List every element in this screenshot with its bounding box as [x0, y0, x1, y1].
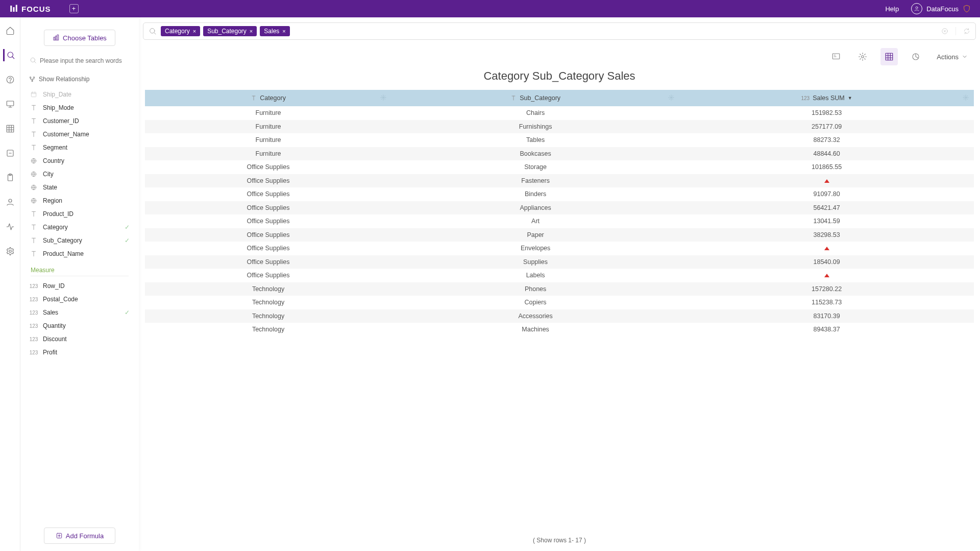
table-row[interactable]: Office SuppliesFasteners	[145, 174, 974, 188]
column-header-category[interactable]: Category	[145, 90, 391, 106]
field-type-icon	[30, 104, 38, 111]
field-item-discount[interactable]: 123Discount	[27, 332, 133, 346]
rail-search[interactable]	[3, 49, 15, 61]
add-formula-button[interactable]: Add Formula	[44, 528, 115, 544]
field-name: Category	[43, 224, 119, 231]
rail-users[interactable]	[4, 196, 16, 208]
field-item-customer_id[interactable]: Customer_ID	[27, 114, 133, 128]
table-row[interactable]: Office SuppliesArt13041.59	[145, 214, 974, 228]
svg-point-3	[916, 7, 918, 9]
clear-icon[interactable]	[941, 28, 948, 35]
field-item-product_id[interactable]: Product_ID	[27, 207, 133, 221]
table-row[interactable]: TechnologyCopiers115238.73	[145, 296, 974, 309]
side-panel: Choose Tables Show Relationship Ship_Dat…	[20, 17, 139, 551]
field-item-region[interactable]: Region	[27, 194, 133, 207]
column-gear-icon[interactable]	[380, 94, 386, 101]
rail-resources[interactable]	[4, 147, 16, 159]
table-row[interactable]: Office SuppliesPaper38298.53	[145, 228, 974, 242]
table-row[interactable]: Office SuppliesLabels	[145, 269, 974, 282]
user-menu[interactable]: DataFocus	[911, 3, 971, 14]
search-chip-sales[interactable]: Sales×	[260, 26, 289, 36]
rail-settings[interactable]	[4, 245, 16, 257]
table-row[interactable]: FurnitureFurnishings257177.09	[145, 120, 974, 134]
svg-point-13	[9, 250, 11, 253]
search-bar[interactable]: Category×Sub_Category×Sales×	[143, 22, 976, 40]
field-item-state[interactable]: State	[27, 181, 133, 194]
add-formula-label: Add Formula	[66, 532, 104, 540]
field-item-ship_mode[interactable]: Ship_Mode	[27, 101, 133, 114]
field-item-row_id[interactable]: 123Row_ID	[27, 279, 133, 293]
actions-menu[interactable]: Actions	[934, 53, 971, 61]
table-row[interactable]: FurnitureChairs151982.53	[145, 106, 974, 120]
cell-category: Technology	[145, 282, 391, 296]
new-tab-button[interactable]: +	[69, 4, 79, 13]
help-link[interactable]: Help	[885, 5, 899, 13]
rail-tables[interactable]	[4, 123, 16, 135]
field-item-category[interactable]: Category✓	[27, 221, 133, 234]
user-icon	[911, 3, 922, 14]
table-row[interactable]: Office SuppliesBinders91097.80	[145, 187, 974, 201]
table-row[interactable]: Office SuppliesSupplies18540.09	[145, 255, 974, 269]
field-name: Sub_Category	[43, 237, 119, 244]
column-gear-icon[interactable]	[963, 94, 969, 101]
cell-subcategory: Accessories	[391, 309, 679, 323]
refresh-icon[interactable]	[963, 28, 970, 35]
field-search-input[interactable]	[29, 53, 131, 68]
sql-view-button[interactable]	[827, 48, 845, 65]
logo[interactable]: FOCUS	[9, 4, 51, 13]
field-item-product_name[interactable]: Product_Name	[27, 247, 133, 260]
actions-label: Actions	[937, 53, 959, 61]
cell-subcategory: Binders	[391, 187, 679, 201]
column-gear-icon[interactable]	[668, 94, 674, 101]
rail-activity[interactable]	[4, 221, 16, 233]
cell-subcategory: Copiers	[391, 296, 679, 309]
svg-rect-31	[886, 53, 893, 60]
choose-tables-button[interactable]: Choose Tables	[44, 30, 115, 46]
cell-sales	[679, 269, 974, 282]
table-row[interactable]: Office SuppliesAppliances56421.47	[145, 201, 974, 215]
cell-subcategory: Paper	[391, 228, 679, 242]
table-row[interactable]: TechnologyAccessories83170.39	[145, 309, 974, 323]
column-header-sub_category[interactable]: Sub_Category	[391, 90, 679, 106]
field-type-icon	[30, 224, 38, 231]
field-item-ship_date[interactable]: Ship_Date	[27, 88, 133, 101]
field-item-segment[interactable]: Segment	[27, 141, 133, 154]
field-item-country[interactable]: Country	[27, 154, 133, 167]
field-item-profit[interactable]: 123Profit	[27, 346, 133, 359]
table-row[interactable]: FurnitureBookcases48844.60	[145, 147, 974, 161]
chip-remove-icon[interactable]: ×	[282, 28, 285, 34]
field-name: Country	[43, 157, 130, 164]
table-row[interactable]: TechnologyPhones157280.22	[145, 282, 974, 296]
field-item-sales[interactable]: 123Sales✓	[27, 306, 133, 319]
table-row[interactable]: Office SuppliesStorage101865.55	[145, 160, 974, 174]
field-item-city[interactable]: City	[27, 167, 133, 181]
search-chip-category[interactable]: Category×	[161, 26, 200, 36]
show-relationship-toggle[interactable]: Show Relationship	[29, 76, 131, 83]
chip-remove-icon[interactable]: ×	[250, 28, 253, 34]
chip-remove-icon[interactable]: ×	[193, 28, 196, 34]
field-type-icon: 123	[30, 310, 38, 316]
column-header-sales-sum[interactable]: 123Sales SUM ▼	[679, 90, 974, 106]
table-row[interactable]: Office SuppliesEnvelopes	[145, 242, 974, 255]
field-item-quantity[interactable]: 123Quantity	[27, 319, 133, 332]
view-toolbar: Actions	[143, 40, 976, 69]
rail-help[interactable]	[4, 74, 16, 86]
config-button[interactable]	[854, 48, 871, 65]
field-name: Profit	[43, 349, 130, 356]
field-name: Ship_Mode	[43, 104, 130, 111]
page-title: Category Sub_Category Sales	[143, 69, 976, 83]
search-chip-sub_category[interactable]: Sub_Category×	[203, 26, 257, 36]
table-row[interactable]: FurnitureTables88273.32	[145, 133, 974, 147]
rail-clipboard[interactable]	[4, 172, 16, 184]
field-item-sub_category[interactable]: Sub_Category✓	[27, 234, 133, 247]
cell-subcategory: Furnishings	[391, 120, 679, 134]
table-row[interactable]: TechnologyMachines89438.37	[145, 323, 974, 337]
cell-sales: 91097.80	[679, 187, 974, 201]
field-item-postal_code[interactable]: 123Postal_Code	[27, 293, 133, 306]
table-view-button[interactable]	[880, 48, 898, 65]
field-item-customer_name[interactable]: Customer_Name	[27, 128, 133, 141]
field-name: Region	[43, 197, 130, 204]
rail-present[interactable]	[4, 98, 16, 110]
chart-view-button[interactable]	[907, 48, 924, 65]
rail-home[interactable]	[4, 25, 16, 37]
